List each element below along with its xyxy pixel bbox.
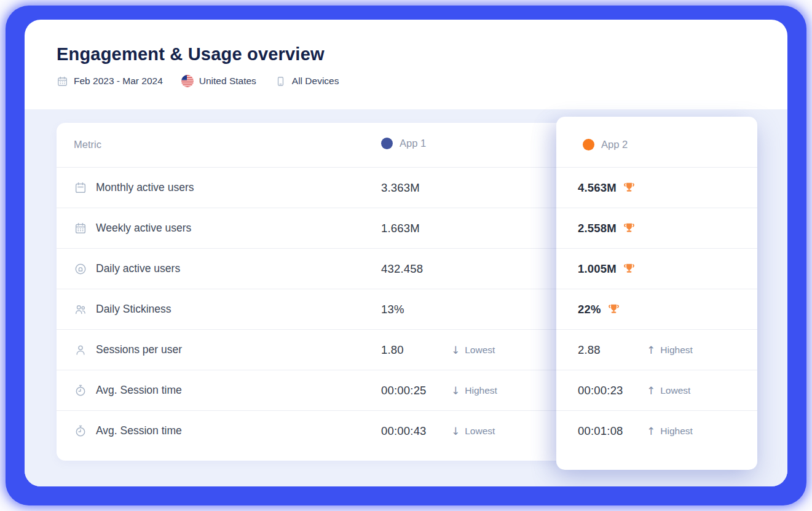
app2-table-row: 2.558M [556, 208, 757, 248]
app2-value: 2.558M [578, 222, 617, 235]
app2-value: 00:01:08 [578, 424, 623, 438]
user-icon [74, 343, 87, 357]
app1-value: 432.458 [381, 262, 423, 276]
calendar-week-icon [74, 222, 87, 235]
app2-table-row: 4.563M [556, 167, 757, 208]
app2-value: 00:00:23 [578, 384, 623, 397]
app2-table-row: 22% [556, 289, 757, 329]
calendar-icon [57, 76, 68, 87]
app2-column-header: App 2 [583, 139, 628, 150]
rank-badge-label: Highest [465, 385, 497, 396]
users-icon [74, 303, 87, 316]
country-label: United States [199, 76, 256, 87]
app1-value: 00:00:25 [381, 384, 427, 397]
daily-active-icon [74, 262, 87, 276]
metric-label: Avg. Session time [96, 424, 182, 437]
arrow-down-icon: ↓ [451, 384, 460, 397]
rank-badge: ↑Highest [647, 411, 693, 451]
app2-label: App 2 [601, 139, 628, 150]
devices-filter[interactable]: All Devices [275, 76, 339, 87]
rank-badge-label: Lowest [465, 426, 495, 437]
metric-label: Avg. Session time [96, 384, 182, 397]
trophy-icon [622, 262, 636, 276]
rank-badge-label: Highest [660, 345, 693, 356]
page-title: Engagement & Usage overview [57, 44, 787, 64]
app1-value: 1.663M [381, 222, 420, 235]
arrow-down-icon: ↓ [451, 425, 460, 437]
app2-value: 2.88 [578, 343, 601, 357]
trophy-icon [607, 302, 621, 316]
app1-value: 3.363M [381, 181, 420, 195]
metric-cell: Weekly active users [74, 208, 191, 248]
us-flag-icon [181, 75, 194, 87]
mobile-device-icon [275, 76, 286, 87]
app2-table-row: 1.005M [556, 248, 757, 289]
arrow-up-icon: ↑ [647, 425, 655, 437]
rank-badge-label: Lowest [465, 345, 495, 356]
rank-badge: ↑Lowest [647, 370, 690, 410]
metric-cell: Daily Stickiness [74, 289, 171, 329]
trophy-icon [622, 181, 636, 195]
page-header: Engagement & Usage overview Feb 2023 - M… [25, 20, 787, 87]
rank-badge: ↓Lowest [451, 411, 495, 451]
app1-legend-dot-icon [381, 138, 393, 149]
app2-legend-dot-icon [583, 139, 594, 150]
arrow-up-icon: ↑ [647, 384, 655, 397]
app1-column-header: App 1 [381, 138, 426, 149]
dashboard-body: Metric App 1 Monthly active users 3.363M… [25, 109, 787, 486]
date-range-label: Feb 2023 - Mar 2024 [74, 76, 163, 87]
app2-table-row: 00:00:23 ↑Lowest [556, 370, 757, 410]
date-range-filter[interactable]: Feb 2023 - Mar 2024 [57, 76, 163, 87]
devices-label: All Devices [292, 76, 339, 87]
metric-label: Daily active users [96, 262, 180, 275]
filter-row: Feb 2023 - Mar 2024 [57, 75, 787, 87]
app2-table-row: 00:01:08 ↑Highest [556, 410, 757, 451]
rank-badge: ↑Highest [647, 330, 693, 370]
metric-cell: Sessions per user [74, 330, 182, 370]
metric-label: Monthly active users [96, 181, 194, 194]
rank-badge-label: Lowest [660, 385, 690, 396]
metric-column-header: Metric [74, 139, 101, 150]
metric-label: Daily Stickiness [96, 303, 171, 316]
metric-label: Sessions per user [96, 343, 182, 356]
stopwatch-icon [74, 384, 87, 397]
app1-value: 00:00:43 [381, 424, 427, 438]
country-filter[interactable]: United States [181, 75, 256, 87]
app2-header: App 2 [556, 117, 757, 167]
rank-badge-label: Highest [660, 426, 693, 437]
metric-cell: Avg. Session time [74, 411, 182, 451]
calendar-month-icon [74, 181, 87, 195]
app2-value: 22% [578, 303, 601, 316]
metric-cell: Monthly active users [74, 168, 194, 208]
app1-value: 1.80 [381, 343, 404, 357]
app1-value: 13% [381, 303, 404, 316]
stopwatch-icon [74, 424, 87, 438]
arrow-down-icon: ↓ [451, 344, 460, 356]
app1-label: App 1 [400, 138, 426, 149]
metric-label: Weekly active users [96, 222, 191, 235]
app2-value: 4.563M [578, 181, 617, 195]
rank-badge: ↓Highest [451, 370, 497, 410]
app2-value: 1.005M [578, 262, 617, 276]
metric-cell: Daily active users [74, 249, 180, 289]
trophy-icon [622, 221, 636, 235]
rank-badge: ↓Lowest [451, 330, 495, 370]
metric-cell: Avg. Session time [74, 370, 182, 410]
app2-table-row: 2.88 ↑Highest [556, 329, 757, 370]
dashboard-window: Engagement & Usage overview Feb 2023 - M… [25, 20, 787, 486]
screenshot-stage: Engagement & Usage overview Feb 2023 - M… [0, 0, 812, 511]
arrow-up-icon: ↑ [647, 344, 655, 356]
app2-column-card: App 2 4.563M 2.558M 1.005M 22% 2.88 ↑Hig… [556, 117, 757, 470]
